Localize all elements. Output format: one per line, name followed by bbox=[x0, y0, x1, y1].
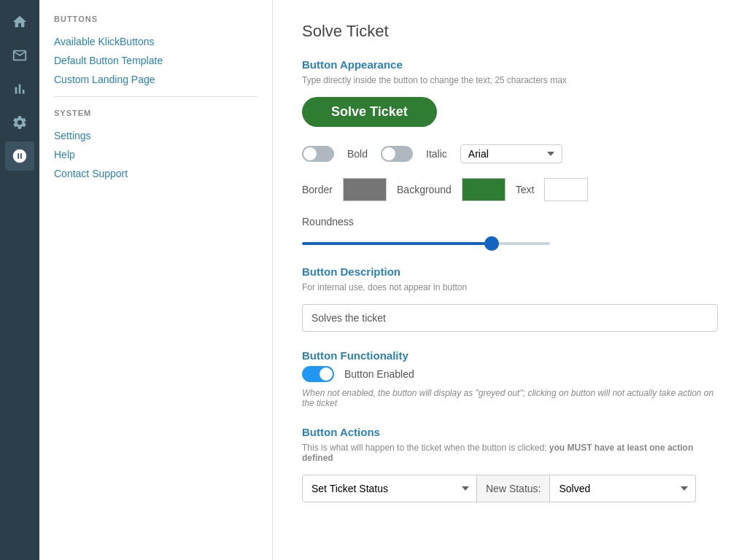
new-status-label: New Status: bbox=[477, 475, 550, 502]
description-subtitle: For internal use, does not appear in but… bbox=[302, 282, 718, 292]
status-select[interactable]: Solved Open Pending On-Hold Closed bbox=[550, 475, 696, 502]
actions-section-title: Button Actions bbox=[302, 426, 718, 438]
description-section-title: Button Description bbox=[302, 265, 718, 278]
sidebar-item-default-button-template[interactable]: Default Button Template bbox=[54, 51, 258, 70]
main-content: Solve Ticket Button Appearance Type dire… bbox=[273, 0, 747, 560]
sidebar-item-available-klick-buttons[interactable]: Available KlickButtons bbox=[54, 32, 258, 51]
bold-label: Bold bbox=[347, 148, 368, 160]
border-label: Border bbox=[302, 184, 333, 195]
sidebar-item-help[interactable]: Help bbox=[54, 145, 258, 164]
page-title: Solve Ticket bbox=[302, 22, 718, 41]
italic-label: Italic bbox=[426, 148, 447, 160]
nav-settings-icon[interactable] bbox=[5, 108, 34, 137]
border-color-swatch[interactable] bbox=[343, 178, 387, 201]
nav-klickzen-icon[interactable] bbox=[5, 141, 34, 171]
sidebar-item-custom-landing-page[interactable]: Custom Landing Page bbox=[54, 70, 258, 89]
sidebar-item-contact-support[interactable]: Contact Support bbox=[54, 164, 258, 183]
roundness-slider[interactable] bbox=[302, 242, 550, 245]
nav-home-icon[interactable] bbox=[5, 7, 34, 36]
preview-button[interactable]: Solve Ticket bbox=[302, 97, 437, 127]
nav-bar bbox=[0, 0, 39, 560]
enabled-label: Button Enabled bbox=[344, 368, 414, 380]
text-color-swatch[interactable] bbox=[544, 178, 588, 201]
appearance-section-title: Button Appearance bbox=[302, 58, 718, 71]
nav-tickets-icon[interactable] bbox=[5, 41, 34, 70]
actions-subtitle: This is what will happen to the ticket w… bbox=[302, 443, 718, 463]
appearance-subtitle: Type directly inside the button to chang… bbox=[302, 75, 718, 85]
description-input[interactable] bbox=[302, 304, 718, 332]
actions-row: Set Ticket Status Add Tag Remove Tag Ass… bbox=[302, 475, 718, 502]
background-color-swatch[interactable] bbox=[462, 178, 506, 201]
enabled-toggle[interactable] bbox=[302, 366, 334, 382]
sidebar-item-settings[interactable]: Settings bbox=[54, 126, 258, 145]
italic-toggle[interactable] bbox=[381, 146, 413, 162]
enabled-note: When not enabled, the button will displa… bbox=[302, 388, 718, 408]
action-select[interactable]: Set Ticket Status Add Tag Remove Tag Ass… bbox=[302, 475, 477, 502]
system-section-title: SYSTEM bbox=[54, 109, 258, 117]
bold-toggle[interactable] bbox=[302, 146, 334, 162]
nav-analytics-icon[interactable] bbox=[5, 74, 34, 104]
functionality-section-title: Button Functionality bbox=[302, 349, 718, 362]
actions-subtitle-start: This is what will happen to the ticket w… bbox=[302, 443, 549, 453]
sidebar: BUTTONS Available KlickButtons Default B… bbox=[39, 0, 273, 560]
style-row: Bold Italic Arial Helvetica Georgia Time… bbox=[302, 144, 718, 163]
sidebar-divider bbox=[54, 96, 258, 97]
color-row: Border Background Text bbox=[302, 178, 718, 201]
text-label: Text bbox=[516, 184, 535, 195]
font-select[interactable]: Arial Helvetica Georgia Times New Roman … bbox=[460, 144, 562, 163]
roundness-label: Roundness bbox=[302, 216, 718, 228]
roundness-section: Roundness bbox=[302, 216, 718, 248]
background-label: Background bbox=[397, 184, 452, 195]
buttons-section-title: BUTTONS bbox=[54, 15, 258, 23]
enabled-row: Button Enabled bbox=[302, 366, 718, 382]
